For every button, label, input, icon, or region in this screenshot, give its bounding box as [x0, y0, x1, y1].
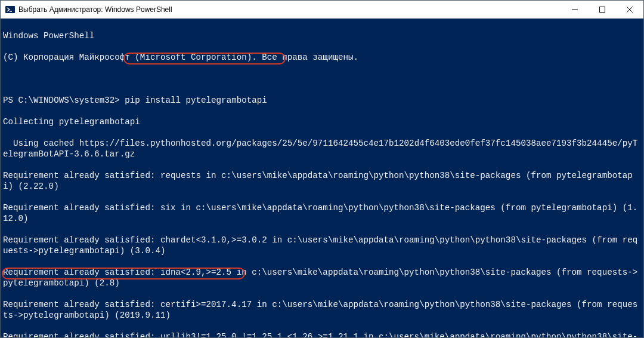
terminal-output[interactable]: Windows PowerShell (C) Корпорация Майкро…	[1, 19, 643, 337]
output-line: Collecting pytelegrambotapi	[3, 116, 641, 127]
output-line: Requirement already satisfied: idna<2.9,…	[3, 267, 641, 288]
ps-copyright-line: (C) Корпорация Майкрософт (Microsoft Cor…	[3, 52, 641, 63]
powershell-window: Выбрать Администратор: Windows PowerShel…	[0, 0, 644, 338]
blank-line	[3, 73, 641, 84]
output-line: Using cached https://files.pythonhosted.…	[3, 138, 641, 159]
ps-header-line: Windows PowerShell	[3, 30, 641, 41]
cmd-rest: install pytelegrambotapi	[140, 96, 267, 105]
minimize-button[interactable]	[561, 1, 589, 19]
output-line: Requirement already satisfied: certifi>=…	[3, 299, 641, 321]
window-controls	[561, 1, 643, 19]
titlebar[interactable]: Выбрать Администратор: Windows PowerShel…	[1, 1, 643, 19]
output-line: Requirement already satisfied: requests …	[3, 170, 641, 192]
output-line: Requirement already satisfied: six in c:…	[3, 202, 641, 224]
prompt-prefix: PS C:\WINDOWS\system32>	[3, 96, 125, 105]
cmd-pip: pip	[125, 96, 140, 105]
output-line: Requirement already satisfied: urllib3!=…	[3, 331, 641, 337]
output-line: Requirement already satisfied: chardet<3…	[3, 235, 641, 256]
svg-line-5	[627, 7, 633, 13]
prompt-command-line: PS C:\WINDOWS\system32> pip install pyte…	[3, 95, 641, 106]
window-title: Выбрать Администратор: Windows PowerShel…	[18, 5, 561, 14]
powershell-icon	[5, 5, 15, 14]
close-button[interactable]	[616, 1, 643, 19]
svg-rect-3	[600, 7, 605, 13]
svg-line-4	[627, 7, 633, 13]
maximize-button[interactable]	[589, 1, 616, 19]
